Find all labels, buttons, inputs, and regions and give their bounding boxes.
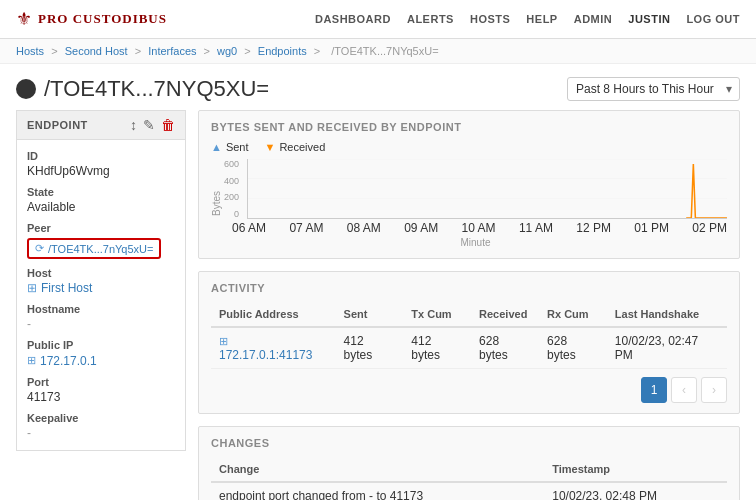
page-next-button[interactable]: › [701, 377, 727, 403]
page-1-button[interactable]: 1 [641, 377, 667, 403]
x-axis-title: Minute [224, 237, 727, 248]
y-label-0: 0 [234, 209, 239, 219]
changes-table-body: endpoint port changed from - to 41173 10… [211, 482, 727, 500]
chart-section: BYTES SENT AND RECEIVED BY ENDPOINT ▲ Se… [198, 110, 740, 259]
endpoint-icon [16, 79, 36, 99]
logo-text: PRO CUSTODIBUS [38, 11, 167, 27]
nav-alerts[interactable]: ALERTS [407, 13, 454, 25]
peer-link[interactable]: ⟳ /TOE4TK...7nYq5xU= [27, 238, 161, 259]
logo-icon: ⚜ [16, 8, 32, 30]
col-timestamp: Timestamp [544, 457, 727, 482]
edit-icon[interactable]: ✎ [143, 117, 155, 133]
state-value: Available [27, 200, 175, 214]
chart-inner: 600 400 200 0 [224, 159, 727, 248]
changes-title: CHANGES [211, 437, 727, 449]
col-sent: Sent [336, 302, 404, 327]
host-label: Host [27, 267, 175, 279]
nav-admin[interactable]: ADMIN [574, 13, 613, 25]
table-row: ⊞ 172.17.0.1:41173 412 bytes 412 bytes 6… [211, 327, 727, 369]
time-select[interactable]: Past 8 Hours to This Hour [567, 77, 740, 101]
page-prev-button[interactable]: ‹ [671, 377, 697, 403]
sort-icon[interactable]: ↕ [130, 117, 137, 133]
content: BYTES SENT AND RECEIVED BY ENDPOINT ▲ Se… [198, 110, 740, 500]
changes-table-head: Change Timestamp [211, 457, 727, 482]
activity-section: ACTIVITY Public Address Sent Tx Cum Rece… [198, 271, 740, 414]
x-label-07am: 07 AM [289, 221, 323, 235]
breadcrumb-sep5: > [314, 45, 323, 57]
activity-title: ACTIVITY [211, 282, 727, 294]
y-axis-title: Bytes [211, 191, 222, 216]
activity-table-body: ⊞ 172.17.0.1:41173 412 bytes 412 bytes 6… [211, 327, 727, 369]
breadcrumb-hosts[interactable]: Hosts [16, 45, 44, 57]
address-link[interactable]: 172.17.0.1:41173 [219, 348, 312, 362]
id-value: KHdfUp6Wvmg [27, 164, 175, 178]
host-link[interactable]: ⊞ First Host [27, 281, 92, 295]
breadcrumb-interfaces[interactable]: Interfaces [148, 45, 196, 57]
page-title: /TOE4TK...7NYQ5XU= [44, 76, 269, 102]
cell-last-handshake: 10/02/23, 02:47 PM [607, 327, 727, 369]
host-icon: ⊞ [27, 281, 37, 295]
legend-received: ▼ Received [265, 141, 326, 153]
x-label-06am: 06 AM [232, 221, 266, 235]
legend-sent: ▲ Sent [211, 141, 249, 153]
sidebar-icons: ↕ ✎ 🗑 [130, 117, 175, 133]
x-label-08am: 08 AM [347, 221, 381, 235]
chart-legend: ▲ Sent ▼ Received [211, 141, 727, 153]
delete-icon[interactable]: 🗑 [161, 117, 175, 133]
sidebar-header: ENDPOINT ↕ ✎ 🗑 [16, 110, 186, 140]
public-ip-value: 172.17.0.1 [40, 354, 97, 368]
peer-icon: ⟳ [35, 242, 44, 255]
hostname-label: Hostname [27, 303, 175, 315]
activity-table-head: Public Address Sent Tx Cum Received Rx C… [211, 302, 727, 327]
chart-area [247, 159, 727, 219]
nav-links: DASHBOARD ALERTS HOSTS HELP ADMIN JUSTIN… [315, 13, 740, 25]
received-arrow-icon: ▼ [265, 141, 276, 153]
breadcrumb-endpoints[interactable]: Endpoints [258, 45, 307, 57]
chart-title: BYTES SENT AND RECEIVED BY ENDPOINT [211, 121, 727, 133]
breadcrumb-current: /TOE4TK...7NYq5xU= [331, 45, 438, 57]
changes-header-row: Change Timestamp [211, 457, 727, 482]
x-label-11am: 11 AM [519, 221, 553, 235]
time-select-wrapper[interactable]: Past 8 Hours to This Hour [567, 77, 740, 101]
y-axis: 600 400 200 0 [224, 159, 243, 219]
change-timestamp: 10/02/23, 02:48 PM [544, 482, 727, 500]
activity-table-header-row: Public Address Sent Tx Cum Received Rx C… [211, 302, 727, 327]
breadcrumb-wg0[interactable]: wg0 [217, 45, 237, 57]
breadcrumb-second-host[interactable]: Second Host [65, 45, 128, 57]
col-public-address: Public Address [211, 302, 336, 327]
change-row: endpoint port changed from - to 41173 10… [211, 482, 727, 500]
public-ip-link[interactable]: ⊞ 172.17.0.1 [27, 354, 97, 368]
chart-container: 600 400 200 0 [224, 159, 727, 219]
breadcrumb-sep4: > [244, 45, 253, 57]
changes-section: CHANGES Change Timestamp endpoint port c… [198, 426, 740, 500]
hostname-value: - [27, 317, 175, 331]
pagination: 1 ‹ › [211, 377, 727, 403]
col-tx-cum: Tx Cum [403, 302, 471, 327]
sidebar-body: ID KHdfUp6Wvmg State Available Peer ⟳ /T… [16, 140, 186, 451]
address-icon: ⊞ [219, 335, 228, 347]
x-label-10am: 10 AM [462, 221, 496, 235]
chart-wrapper: Bytes 600 400 200 0 [211, 159, 727, 248]
change-value: endpoint port changed from - to 41173 [211, 482, 544, 500]
keepalive-label: Keepalive [27, 412, 175, 424]
breadcrumb-sep2: > [135, 45, 144, 57]
nav-user[interactable]: JUSTIN [628, 13, 670, 25]
sidebar-title: ENDPOINT [27, 119, 88, 131]
nav-logout[interactable]: LOG OUT [686, 13, 740, 25]
peer-value: /TOE4TK...7nYq5xU= [48, 243, 153, 255]
x-label-02pm: 02 PM [692, 221, 727, 235]
nav-dashboard[interactable]: DASHBOARD [315, 13, 391, 25]
breadcrumb-sep1: > [51, 45, 60, 57]
sidebar: ENDPOINT ↕ ✎ 🗑 ID KHdfUp6Wvmg State Avai… [16, 110, 186, 500]
x-label-12pm: 12 PM [576, 221, 611, 235]
port-value: 41173 [27, 390, 175, 404]
breadcrumb-sep3: > [204, 45, 213, 57]
id-label: ID [27, 150, 175, 162]
activity-table: Public Address Sent Tx Cum Received Rx C… [211, 302, 727, 369]
nav-help[interactable]: HELP [526, 13, 557, 25]
nav-hosts[interactable]: HOSTS [470, 13, 510, 25]
main-layout: ENDPOINT ↕ ✎ 🗑 ID KHdfUp6Wvmg State Avai… [0, 110, 756, 500]
peer-label: Peer [27, 222, 175, 234]
col-received: Received [471, 302, 539, 327]
host-value: First Host [41, 281, 92, 295]
